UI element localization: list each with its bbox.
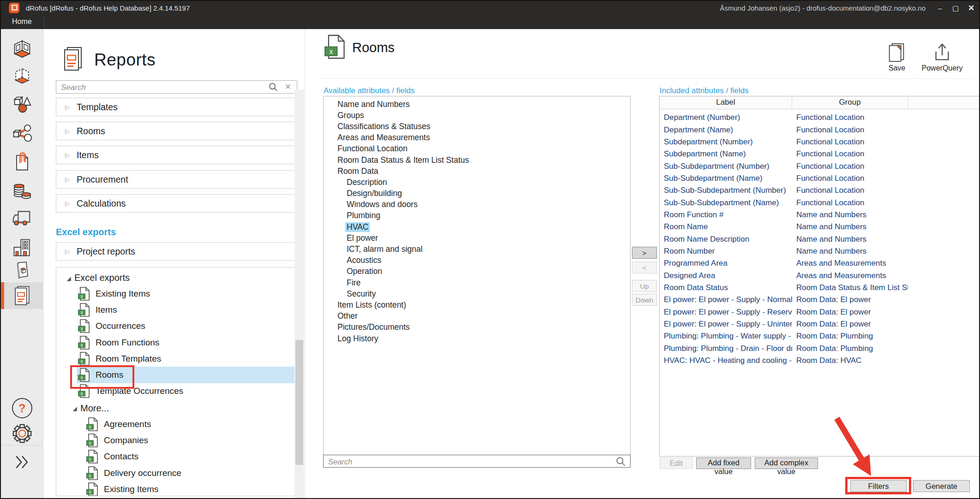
column-header-label[interactable]: Label bbox=[660, 96, 792, 109]
search-icon[interactable] bbox=[268, 82, 278, 92]
tree-item[interactable]: Room Data bbox=[324, 166, 630, 177]
sidebar-item-help[interactable]: ? bbox=[1, 395, 43, 422]
tree-item[interactable]: Groups bbox=[324, 110, 630, 121]
table-row[interactable]: Room Name Name and Numbers bbox=[660, 221, 980, 233]
sidebar-item-catalog[interactable] bbox=[1, 261, 43, 279]
column-header-group[interactable]: Group bbox=[792, 96, 908, 109]
close-button[interactable]: ✕ bbox=[963, 1, 979, 15]
move-down-button[interactable]: Down bbox=[632, 294, 657, 306]
add-attribute-button[interactable]: > bbox=[632, 247, 657, 259]
expanded-icon[interactable] bbox=[64, 274, 73, 282]
excel-export-item[interactable]: x Items bbox=[77, 302, 296, 318]
tree-item[interactable]: Name and Numbers bbox=[324, 99, 630, 110]
expanded-icon[interactable] bbox=[70, 404, 79, 412]
report-category[interactable]: Calculations bbox=[56, 194, 296, 213]
add-fixed-value-button[interactable]: Add fixed value bbox=[696, 457, 751, 469]
table-row[interactable]: Department (Number) Functional Location bbox=[660, 112, 980, 124]
tree-item[interactable]: Item Lists (content) bbox=[324, 299, 630, 310]
table-row[interactable]: Plumbing: Plumbing - Water supply - Sink… bbox=[660, 330, 980, 342]
tree-item[interactable]: Design/building bbox=[324, 188, 630, 199]
excel-export-item[interactable]: x Existing Items bbox=[77, 285, 296, 302]
tree-item[interactable]: Fire bbox=[324, 277, 630, 288]
tree-item[interactable]: El power bbox=[324, 232, 630, 244]
tree-item[interactable]: Windows and doors bbox=[324, 199, 630, 210]
table-row[interactable]: Room Number Name and Numbers bbox=[660, 245, 980, 257]
search-icon[interactable] bbox=[615, 456, 626, 467]
excel-export-item[interactable]: x Companies bbox=[85, 432, 296, 448]
tree-node-more[interactable]: More... bbox=[70, 400, 296, 416]
minimize-button[interactable]: – bbox=[932, 1, 948, 15]
expander-icon[interactable] bbox=[63, 127, 72, 135]
table-row[interactable]: El power: El power - Supply - Normal sup… bbox=[660, 294, 980, 306]
clear-search-icon[interactable]: ✕ bbox=[285, 82, 291, 92]
table-row[interactable]: Sub-Sub-Subdepartment (Name) Functional … bbox=[660, 196, 980, 208]
table-row[interactable]: Plumbing: Plumbing - Drain - Floor drain… bbox=[660, 343, 980, 355]
table-row[interactable]: Programmed Area Areas and Measurements bbox=[660, 257, 980, 269]
excel-export-item[interactable]: x Room Templates bbox=[77, 350, 296, 367]
excel-export-item[interactable]: x Delivery occurrence bbox=[85, 465, 296, 481]
tree-item[interactable]: Room Data Status & Item List Status bbox=[324, 154, 630, 166]
tree-item[interactable]: Functional Location bbox=[324, 143, 630, 154]
tree-item[interactable]: Acoustics bbox=[324, 255, 630, 266]
sidebar-collapse-button[interactable] bbox=[1, 449, 43, 475]
table-row[interactable]: Department (Name) Functional Location bbox=[660, 124, 980, 136]
tree-item[interactable]: Description bbox=[324, 177, 630, 188]
table-row[interactable]: Designed Area Areas and Measurements bbox=[660, 269, 980, 281]
table-row[interactable]: Sub-Subdepartment (Name) Functional Loca… bbox=[660, 172, 980, 184]
menu-home-tab[interactable]: Home bbox=[12, 18, 32, 26]
edit-button[interactable]: Edit bbox=[660, 457, 693, 469]
powerquery-button[interactable]: PowerQuery bbox=[917, 42, 968, 72]
excel-export-item[interactable]: x Agreements bbox=[85, 416, 296, 432]
expander-icon[interactable] bbox=[63, 247, 72, 255]
tree-item[interactable]: Pictures/Documents bbox=[324, 322, 630, 333]
expander-icon[interactable] bbox=[63, 199, 72, 208]
maximize-button[interactable]: ▢ bbox=[948, 1, 963, 15]
attributes-search-input[interactable] bbox=[324, 455, 606, 468]
table-row[interactable]: Room Function # Name and Numbers bbox=[660, 209, 980, 221]
table-row[interactable]: El power: El power - Supply - Reserve po… bbox=[660, 306, 980, 318]
excel-export-item[interactable]: x Room Functions bbox=[77, 334, 296, 350]
scrollbar-thumb[interactable] bbox=[295, 340, 303, 465]
report-category[interactable]: Procurement bbox=[56, 170, 296, 189]
table-row[interactable]: Sub-Sub-Subdepartment (Number) Functiona… bbox=[660, 184, 980, 196]
excel-export-item[interactable]: x Contacts bbox=[85, 449, 296, 465]
sidebar-item-reports[interactable] bbox=[1, 282, 43, 309]
tree-item[interactable]: Areas and Measurements bbox=[324, 132, 630, 143]
sidebar-item-settings[interactable] bbox=[1, 420, 43, 447]
expander-icon[interactable] bbox=[63, 175, 72, 184]
excel-export-item[interactable]: x Occurrences bbox=[77, 318, 296, 334]
expander-icon[interactable] bbox=[63, 103, 72, 111]
sidebar-item-logistics[interactable] bbox=[1, 204, 43, 231]
tree-item[interactable]: Other bbox=[324, 311, 630, 322]
sidebar-item-attachments[interactable] bbox=[1, 149, 43, 175]
reports-search-input[interactable] bbox=[56, 81, 270, 94]
left-panel-scrollbar[interactable] bbox=[295, 89, 304, 498]
tree-item[interactable]: Security bbox=[324, 288, 630, 299]
add-complex-value-button[interactable]: Add complex value bbox=[755, 457, 818, 469]
table-row[interactable]: Room Data Status Room Data Status & Item… bbox=[660, 282, 980, 294]
table-row[interactable]: El power: El power - Supply - Uninterrup… bbox=[660, 318, 980, 330]
sidebar-item-finance[interactable] bbox=[1, 178, 43, 204]
remove-attribute-button[interactable]: < bbox=[632, 261, 657, 273]
tree-item[interactable]: ICT, alarm and signal bbox=[324, 244, 630, 255]
tree-node-excel-exports[interactable]: Excel exports bbox=[64, 270, 296, 285]
tree-item[interactable]: Plumbing bbox=[324, 210, 630, 221]
save-button[interactable]: Save bbox=[872, 42, 922, 72]
table-row[interactable]: Subdepartment (Name) Functional Location bbox=[660, 148, 980, 160]
table-row[interactable]: Room Name Description Name and Numbers bbox=[660, 233, 980, 245]
sidebar-item-rooms[interactable] bbox=[1, 36, 43, 62]
sidebar-item-items[interactable] bbox=[1, 91, 43, 118]
table-row[interactable]: Subdepartment (Number) Functional Locati… bbox=[660, 136, 980, 148]
project-reports-category[interactable]: Project reports bbox=[56, 242, 296, 261]
move-up-button[interactable]: Up bbox=[632, 280, 657, 292]
tree-item[interactable]: HVAC bbox=[324, 221, 630, 232]
table-row[interactable]: Sub-Subdepartment (Number) Functional Lo… bbox=[660, 160, 980, 172]
report-category[interactable]: Templates bbox=[56, 98, 296, 116]
sidebar-item-room-templates[interactable] bbox=[1, 62, 43, 89]
sidebar-item-item-groups[interactable] bbox=[1, 121, 43, 148]
report-category[interactable]: Rooms bbox=[56, 122, 296, 140]
report-category[interactable]: Items bbox=[56, 146, 296, 164]
excel-export-item[interactable]: x Existing Items bbox=[85, 481, 296, 496]
tree-item[interactable]: Log History bbox=[324, 333, 630, 344]
generate-button[interactable]: Generate bbox=[913, 480, 970, 492]
